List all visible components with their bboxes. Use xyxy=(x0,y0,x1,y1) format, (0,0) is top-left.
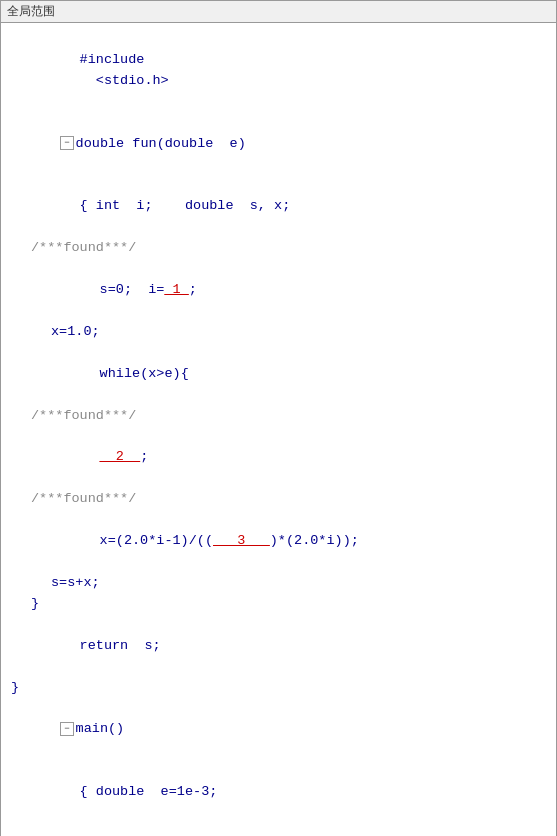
code-line-close-while: } xyxy=(31,594,546,615)
code-line-fun-decl: －double fun(double e) xyxy=(11,113,546,176)
code-line-close-fun: } xyxy=(11,678,546,699)
include-keyword: #include xyxy=(80,52,145,67)
code-line-while: while(x>e){ xyxy=(51,343,546,406)
code-line-sum: s=s+x; xyxy=(51,573,546,594)
include-path: <stdio.h> xyxy=(80,73,169,88)
code-line-blank2: __2__; xyxy=(51,427,546,490)
code-line-main-body: { double e=1e-3; xyxy=(31,761,546,824)
blank-3: ___3___ xyxy=(213,533,270,548)
code-line: #include <stdio.h> xyxy=(31,29,546,113)
code-line-init: s=0; i=_1_; xyxy=(51,259,546,322)
fun-name: fun xyxy=(132,136,156,151)
main-name: main xyxy=(76,721,108,736)
code-line-main-decl: －main() xyxy=(11,699,546,762)
code-line-x-init: x=1.0; xyxy=(51,322,546,343)
collapse-icon-fun[interactable]: － xyxy=(60,136,74,150)
blank-2: __2__ xyxy=(100,449,141,464)
code-line-printf: printf("\nThe result is: %f\n",fun(e)); xyxy=(51,824,546,836)
code-panel-title-text: 全局范围 xyxy=(7,4,55,18)
code-line-return: return s; xyxy=(31,615,546,678)
fun-type: double xyxy=(76,136,125,151)
collapse-icon-main[interactable]: － xyxy=(60,722,74,736)
code-panel: 全局范围 #include <stdio.h> －double fun(doub… xyxy=(0,0,557,836)
code-line-vars: { int i; double s, x; xyxy=(31,175,546,238)
kw-return: return xyxy=(80,638,129,653)
fun-param-type: double xyxy=(165,136,214,151)
code-content: #include <stdio.h> －double fun(double e)… xyxy=(1,23,556,836)
kw-int: int xyxy=(96,198,120,213)
code-line-comment1: /***found***/ xyxy=(31,238,546,259)
code-line-comment2: /***found***/ xyxy=(31,406,546,427)
blank-1: _1_ xyxy=(164,282,188,297)
code-line-comment3: /***found***/ xyxy=(31,489,546,510)
code-panel-title: 全局范围 xyxy=(1,1,556,23)
kw-double2: double xyxy=(96,784,145,799)
kw-double: double xyxy=(185,198,234,213)
code-line-formula: x=(2.0*i-1)/((___3___)*(2.0*i)); xyxy=(51,510,546,573)
fun-param-name: e) xyxy=(230,136,246,151)
kw-while: while xyxy=(100,366,141,381)
